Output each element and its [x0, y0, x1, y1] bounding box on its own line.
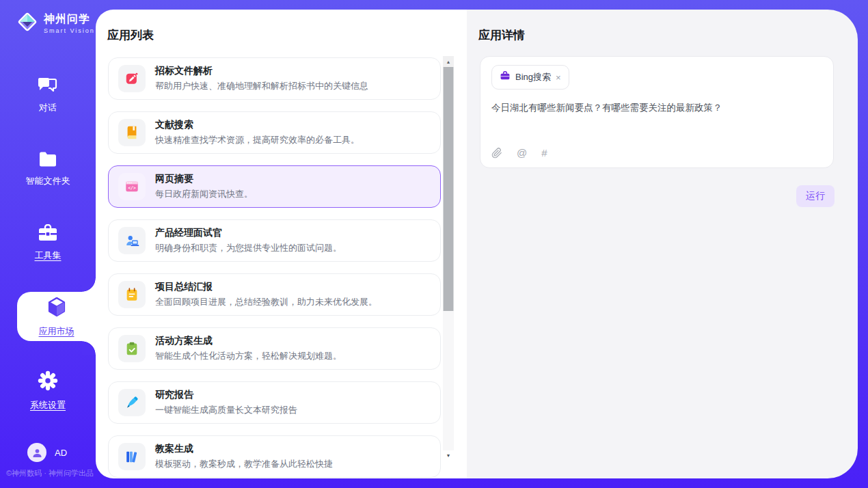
cube-icon [46, 296, 68, 321]
brand-diamond-icon [16, 11, 38, 36]
toolbox-icon [38, 224, 58, 245]
scrollbar-track[interactable] [443, 311, 454, 450]
app-card[interactable]: 教案生成 模板驱动，教案秒成，教学准备从此轻松快捷 [108, 435, 441, 478]
attach-toolbar: @ # [491, 147, 547, 159]
sidebar-item-settings[interactable]: 系统设置 [0, 366, 96, 415]
brand-name: 神州问学 [44, 12, 95, 27]
user-name: AD [55, 448, 67, 458]
interviewer-icon [124, 233, 139, 248]
brand-subtitle: Smart Vision [44, 27, 95, 34]
sidebar-item-tools[interactable]: 工具集 [0, 218, 96, 267]
book-icon [124, 125, 139, 140]
tool-chip-label: Bing搜索 [515, 71, 551, 83]
app-card[interactable]: 活动方案生成 智能生成个性化活动方案，轻松解决规划难题。 [108, 327, 441, 370]
app-card[interactable]: 产品经理面试官 明确身份和职责，为您提供专业性的面试问题。 [108, 219, 441, 262]
svg-text:</>: </> [128, 185, 136, 191]
scrollbar-down-button[interactable]: ▼ [443, 450, 454, 460]
sidebar-item-market[interactable]: 应用市场 [17, 292, 96, 341]
copyright-footer: ©神州数码 · 神州问学出品 [6, 468, 94, 478]
mention-icon[interactable]: @ [517, 147, 527, 159]
chat-icon [38, 77, 58, 97]
app-detail-panel: 应用详情 Bing搜索 × 今日湖北有哪些新闻要点？有哪些需要关注的最新政策？ … [467, 10, 858, 478]
pen-icon [124, 395, 139, 410]
app-list-panel: 应用列表 招标文件解析 帮助用户快速、准确地理解和解析招标书中的关键信息 文献搜… [96, 10, 467, 478]
gear-icon [37, 370, 59, 394]
briefcase-icon [500, 70, 511, 84]
app-card[interactable]: 招标文件解析 帮助用户快速、准确地理解和解析招标书中的关键信息 [108, 57, 441, 100]
sidebar: 神州问学 Smart Vision 对话 智能文件夹 工具集 应用市场 系统设置… [0, 0, 96, 488]
avatar [27, 443, 46, 462]
app-card[interactable]: 项目总结汇报 全面回顾项目进展，总结经验教训，助力未来优化发展。 [108, 273, 441, 316]
app-card[interactable]: 研究报告 一键智能生成高质量长文本研究报告 [108, 381, 441, 424]
browser-icon: </> [124, 179, 139, 194]
chip-close-icon[interactable]: × [556, 73, 561, 82]
sidebar-item-folders[interactable]: 智能文件夹 [0, 144, 96, 193]
paperclip-icon[interactable] [491, 148, 502, 159]
scrollbar-up-button[interactable]: ▲ [443, 56, 454, 67]
bid-doc-icon [124, 71, 139, 86]
folder-icon [38, 151, 57, 170]
tool-chip-bing-search[interactable]: Bing搜索 × [491, 65, 569, 90]
run-button[interactable]: 运行 [796, 185, 835, 207]
hashtag-icon[interactable]: # [541, 147, 547, 159]
brand-logo: 神州问学 Smart Vision [16, 11, 95, 36]
app-card[interactable]: 文献搜索 快速精准查找学术资源，提高研究效率的必备工具。 [108, 111, 441, 154]
query-input[interactable]: 今日湖北有哪些新闻要点？有哪些需要关注的最新政策？ [491, 102, 819, 114]
sidebar-item-chat[interactable]: 对话 [0, 70, 96, 120]
scrollbar-thumb[interactable] [443, 67, 454, 311]
app-list: 招标文件解析 帮助用户快速、准确地理解和解析招标书中的关键信息 文献搜索 快速精… [108, 57, 441, 478]
user-row[interactable]: AD [27, 443, 67, 462]
query-card: Bing搜索 × 今日湖北有哪些新闻要点？有哪些需要关注的最新政策？ @ # [480, 56, 834, 168]
app-detail-title: 应用详情 [478, 27, 525, 43]
books-icon [124, 449, 139, 464]
notepad-icon [124, 287, 139, 302]
app-card[interactable]: </> 网页摘要 每日政府新闻资讯快查。 [108, 165, 441, 208]
app-list-title: 应用列表 [107, 27, 154, 43]
clipboard-icon [124, 341, 139, 356]
